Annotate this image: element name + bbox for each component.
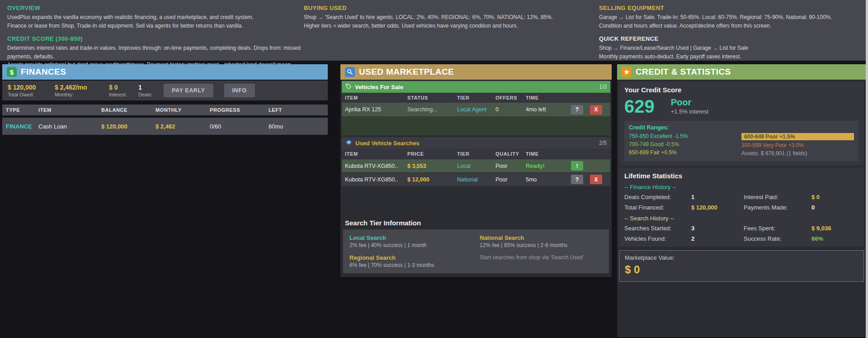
help-selling-equipment-title: SELLING EQUIPMENT <box>599 5 858 11</box>
stat-monthly: $ 2,462/mo Monthly: <box>55 84 109 97</box>
finance-table-row[interactable]: FINANCE Cash Loan $ 120,000 $ 2,462 0/60… <box>2 118 328 135</box>
stat-label: Payments Made: <box>744 204 811 211</box>
search-item: Kubota RTV-XG850.. <box>345 163 407 169</box>
help-overview: OVERVIEW UsedPlus expands the vanilla ec… <box>7 5 304 30</box>
search-history-label: -- Search History -- <box>624 215 859 222</box>
search-time: Ready! <box>526 163 571 169</box>
help-column-left: OVERVIEW UsedPlus expands the vanilla ec… <box>7 5 304 56</box>
stat-label: Success Rate: <box>744 235 811 242</box>
tag-icon <box>345 83 352 91</box>
stat-total-owed: $ 120,000 Total Owed: <box>8 84 55 97</box>
lifetime-statistics-heading: Lifetime Statistics <box>624 172 859 180</box>
column-header-quality: QUALITY <box>495 151 526 157</box>
eye-icon <box>345 139 352 147</box>
search-result-row[interactable]: Kubota RTV-XG850.. $ 3,553 Local Poor Re… <box>342 159 610 172</box>
credit-ranges-left: 750-850 Excellent -1.5% 700-749 Good -0.… <box>629 133 741 157</box>
help-column-middle: BUYING USED Shop → 'Search Used' to hire… <box>304 5 599 56</box>
stat-value: $ 0 <box>109 84 138 92</box>
stat-value: $ 120,000 <box>8 84 55 92</box>
vehicles-for-sale-bar: Vehicles For Sale 1/3 <box>342 81 610 93</box>
range-poor-highlighted: 600-649 Poor +1.5% <box>741 133 854 140</box>
range-fair: 650-699 Fair +0.5% <box>629 149 741 156</box>
search-cancel-button[interactable]: X <box>590 175 602 184</box>
column-header-price: PRICE <box>407 151 457 157</box>
stat-label: Monthly: <box>55 92 109 97</box>
tier-info-right-column: National Search 12% fee | 85% success | … <box>480 234 603 268</box>
local-search-name: Local Search <box>349 234 472 241</box>
vehicle-listing-row[interactable]: Aprilia RX 125 Searching... Local Agent … <box>342 103 610 116</box>
national-search-details: 12% fee | 85% success | 2-6 months <box>480 242 603 248</box>
stat-value: 3 <box>691 225 744 232</box>
finance-history-label: -- Finance History -- <box>624 184 859 190</box>
star-icon: ★ <box>622 67 632 77</box>
help-overview-title: OVERVIEW <box>7 5 304 11</box>
regional-search-name: Regional Search <box>349 254 472 261</box>
listing-status: Searching... <box>407 106 457 113</box>
search-item: Kubota RTV-XG850.. <box>345 176 407 183</box>
regional-search-details: 6% fee | 70% success | 1-3 months <box>349 262 472 268</box>
range-very-poor: 300-599 Very Poor +3.0% <box>741 142 854 148</box>
stat-value: 1 <box>138 84 164 92</box>
credit-header: ★ CREDIT & STATISTICS <box>617 64 866 80</box>
credit-ranges-label: Credit Ranges: <box>629 124 854 131</box>
finances-stats-bar: $ 120,000 Total Owed: $ 2,462/mo Monthly… <box>2 81 328 100</box>
listing-item: Aprilia RX 125 <box>345 106 407 113</box>
finances-table-header: TYPE ITEM BALANCE MONTHLY PROGRESS LEFT <box>2 105 328 115</box>
deal-left: 60mo <box>269 123 328 130</box>
column-header-type: TYPE <box>6 107 38 113</box>
listing-time: 4mo left <box>526 106 571 113</box>
help-credit-score-title: CREDIT SCORE (300-850) <box>7 35 304 42</box>
credit-panel: ★ CREDIT & STATISTICS Your Credit Score … <box>617 64 866 337</box>
search-result-row[interactable]: Kubota RTV-XG850.. $ 12,000 National Poo… <box>342 173 610 186</box>
tier-info-box: Local Search 2% fee | 40% success | 1 mo… <box>343 229 609 273</box>
column-header-left: LEFT <box>269 107 328 113</box>
credit-rating: Poor <box>671 97 708 107</box>
scrollbar[interactable] <box>866 0 868 338</box>
stat-label: Total Financed: <box>624 204 691 211</box>
search-help-button[interactable]: ? <box>571 175 583 184</box>
help-buying-used-line: Higher tiers = wider search, better odds… <box>304 22 599 30</box>
column-header-status: STATUS <box>407 95 457 100</box>
credit-score-value: 629 <box>624 97 655 115</box>
searches-table-header: ITEM PRICE TIER QUALITY TIME <box>342 149 610 159</box>
main-content: $ FINANCES $ 120,000 Total Owed: $ 2,462… <box>0 61 868 337</box>
search-tier: National <box>457 176 495 183</box>
search-claim-button[interactable]: ! <box>571 161 583 171</box>
dollar-icon: $ <box>7 67 17 77</box>
listing-tier: Local Agent <box>457 106 495 113</box>
credit-ranges-grid: 750-850 Excellent -1.5% 700-749 Good -0.… <box>629 133 854 157</box>
help-quick-reference-line: Monthly payments auto-deduct. Early payo… <box>599 52 858 61</box>
help-overview-line: UsedPlus expands the vanilla economy wit… <box>7 13 304 22</box>
column-header-item: ITEM <box>345 95 407 100</box>
column-header-progress: PROGRESS <box>210 107 269 113</box>
lifetime-statistics-section: Lifetime Statistics -- Finance History -… <box>619 167 864 247</box>
column-header-offers: OFFERS <box>495 95 526 100</box>
info-button[interactable]: INFO <box>224 84 255 97</box>
range-assets: Assets: $ 678,901 (1 fields) <box>741 150 854 157</box>
vehicles-count: 1/3 <box>599 84 607 90</box>
marketplace-header: USED MARKETPLACE <box>340 64 612 80</box>
search-history-stats: Searches Started: 3 Fees Spent: $ 9,036 … <box>624 225 859 242</box>
search-quality: Poor <box>495 163 526 169</box>
listing-offers: 0 <box>495 106 526 113</box>
column-header-tier: TIER <box>457 151 495 157</box>
help-column-right: SELLING EQUIPMENT Garage → List for Sale… <box>599 5 858 56</box>
help-bar: OVERVIEW UsedPlus expands the vanilla ec… <box>0 0 868 61</box>
help-quick-reference: QUICK REFERENCE Shop → Finance/Lease/Sea… <box>599 35 858 61</box>
finances-panel: $ FINANCES $ 120,000 Total Owed: $ 2,462… <box>2 64 328 135</box>
finances-header: $ FINANCES <box>2 64 328 80</box>
credit-ranges-right: 600-649 Poor +1.5% 300-599 Very Poor +3.… <box>741 133 854 157</box>
stat-value: 1 <box>691 194 744 200</box>
search-quality: Poor <box>495 176 526 183</box>
listing-help-button[interactable]: ? <box>571 105 583 114</box>
pay-early-button[interactable]: PAY EARLY <box>164 84 213 97</box>
used-searches-title: Used Vehicle Searches <box>355 140 420 147</box>
listing-cancel-button[interactable]: X <box>590 105 602 114</box>
stat-deals: 1 Deals: <box>138 84 164 97</box>
stat-value: 2 <box>691 235 744 242</box>
marketplace-value-box: Marketplace Value: $ 0 <box>619 250 864 282</box>
column-header-item: ITEM <box>38 107 101 113</box>
help-selling-equipment-line: Condition and hours affect value. Accept… <box>599 22 858 30</box>
search-time: 5mo <box>526 176 571 183</box>
tier-info-left-column: Local Search 2% fee | 40% success | 1 mo… <box>349 234 472 268</box>
